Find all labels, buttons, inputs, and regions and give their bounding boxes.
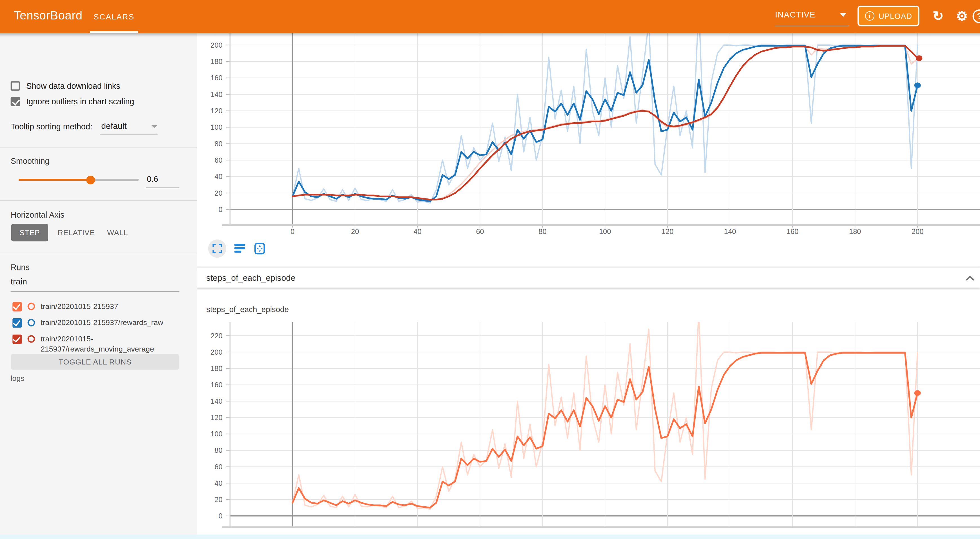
chart-toolbar [208,239,266,258]
toggle-all-runs-button[interactable]: TOGGLE ALL RUNS [11,354,179,370]
tab-scalars[interactable]: SCALARS [90,0,138,33]
run-row-1[interactable]: train/20201015-215937 [13,301,179,311]
section-title: steps_of_each_episode [206,273,295,282]
y-tick-label: 140 [210,91,223,98]
bottom-scroll-strip[interactable] [0,535,980,539]
run-label: train/20201015-215937/rewards_raw [41,318,179,328]
y-tick-label: 80 [215,446,222,454]
y-tick-label: 120 [210,413,223,421]
checkbox-label: Ignore outliers in chart scaling [26,97,134,106]
run-label: train/20201015-215937 [41,301,179,311]
run-color-ring [28,319,35,327]
y-tick-label: 200 [210,348,223,356]
help-icon[interactable]: ? [973,9,980,23]
fit-domain-icon[interactable] [253,241,266,255]
run-color-ring [28,335,35,343]
y-tick-label: 180 [210,365,223,372]
checkbox-checked[interactable] [11,97,20,106]
show-download-links-row[interactable]: Show data download links [11,81,120,91]
tooltip-sorting-value: default [101,121,127,131]
axis-button-wall[interactable]: WALL [102,224,133,241]
y-tick-label: 0 [218,512,222,520]
x-tick-label: 160 [786,228,799,235]
y-tick-label: 60 [215,463,222,471]
run-checkbox[interactable] [13,302,22,311]
smoothing-slider[interactable] [19,179,139,181]
chart-title: steps_of_each_episode [206,305,289,314]
y-tick-label: 120 [210,107,223,115]
settings-gear-icon[interactable]: ⚙ [953,7,972,26]
steps-line-chart[interactable]: 020406080100120140160180200220 [197,322,980,539]
refresh-icon[interactable]: ↻ [929,7,948,26]
app-title: TensorBoard [14,9,83,22]
y-tick-label: 40 [215,172,222,180]
x-tick-label: 80 [538,228,546,235]
y-tick-label: 180 [210,57,223,65]
select-underline [775,26,849,26]
ignore-outliers-row[interactable]: Ignore outliers in chart scaling [11,97,134,106]
y-tick-label: 200 [210,41,223,49]
x-tick-label: 140 [724,228,736,235]
active-dashboards-value: INACTIVE [775,10,816,19]
y-tick-label: 160 [210,74,223,82]
y-tick-label: 0 [218,206,222,214]
app-bar: TensorBoard SCALARS INACTIVE i UPLOAD ↻ … [0,0,980,33]
divider [0,147,197,147]
x-tick-label: 200 [912,228,924,235]
x-tick-label: 100 [599,228,611,235]
checkbox-unchecked[interactable] [11,81,20,91]
x-tick-label: 40 [414,228,422,235]
y-tick-label: 80 [215,140,222,148]
y-tick-label: 60 [215,156,222,164]
tooltip-sorting-select[interactable]: default [100,120,158,134]
active-dashboards-select[interactable]: INACTIVE [775,6,849,25]
divider [0,200,197,201]
run-row-2[interactable]: train/20201015-215937/rewards_raw [13,318,179,328]
runs-label: Runs [11,263,30,272]
expand-card-icon[interactable] [208,239,226,257]
series-end-dot [914,390,921,396]
x-tick-label: 0 [291,228,294,235]
series-end-dot [916,55,922,61]
section-header-steps[interactable]: steps_of_each_episode [197,268,980,287]
x-tick-label: 60 [476,228,484,235]
rewards-line-chart[interactable]: 0204060801001201401601802000204060801001… [197,33,980,238]
x-tick-label: 20 [351,228,359,235]
upload-button[interactable]: i UPLOAD [858,6,920,26]
chevron-up-icon[interactable] [965,273,975,284]
log-scale-toggle-icon[interactable] [232,241,246,255]
run-row-3[interactable]: train/20201015-215937/rewards_moving_ave… [13,334,179,354]
x-tick-label: 180 [849,228,861,235]
y-tick-label: 100 [210,123,223,131]
y-tick-label: 20 [215,496,222,504]
settings-sidebar: Show data download links Ignore outliers… [0,33,197,535]
run-checkbox[interactable] [13,318,22,328]
logs-label: logs [11,374,24,383]
y-tick-label: 140 [210,397,223,405]
checkbox-label: Show data download links [26,81,120,91]
tensorboard-app: TensorBoard SCALARS INACTIVE i UPLOAD ↻ … [0,0,980,539]
smoothing-label: Smoothing [11,156,49,166]
tab-active-underline [90,31,138,33]
chevron-down-icon [840,13,846,17]
divider [0,253,197,253]
tooltip-sorting-label: Tooltip sorting method: [11,122,92,131]
y-tick-label: 20 [215,189,222,197]
y-tick-label: 40 [215,479,222,487]
axis-button-step[interactable]: STEP [11,224,48,241]
run-color-ring [28,303,35,310]
chevron-down-icon [151,125,158,128]
slider-fill [19,179,91,181]
axis-button-relative[interactable]: RELATIVE [54,224,99,241]
info-icon: i [865,11,874,21]
upload-button-label: UPLOAD [878,11,912,20]
x-tick-label: 120 [662,228,674,235]
y-tick-label: 220 [210,332,223,340]
smoothing-value-input[interactable]: 0.6 [146,174,180,188]
horizontal-axis-label: Horizontal Axis [11,210,65,219]
run-checkbox[interactable] [13,335,22,344]
y-tick-label: 160 [210,381,223,389]
slider-thumb[interactable] [86,175,95,184]
run-label: train/20201015-215937/rewards_moving_ave… [41,334,179,354]
runs-filter-input[interactable]: train [11,277,180,292]
